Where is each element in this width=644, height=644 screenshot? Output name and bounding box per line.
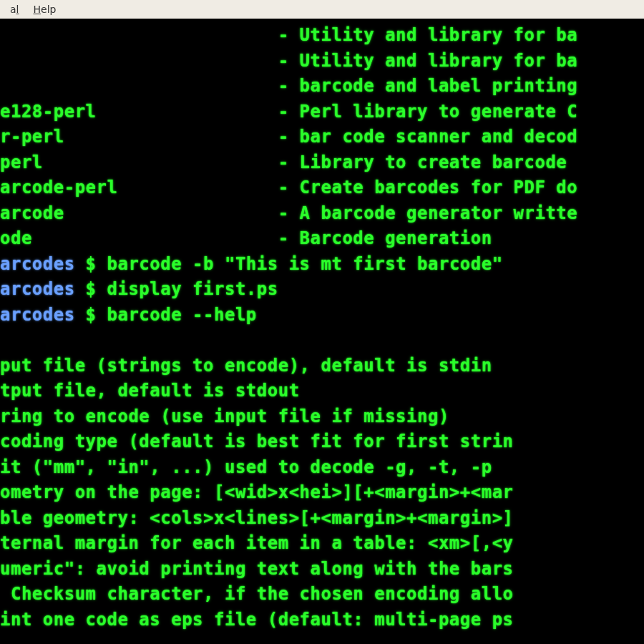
cwd-text: arcodes <box>0 254 75 274</box>
menubar: al Help <box>0 0 644 19</box>
command-text: barcode -b "This is mt first barcode" <box>107 254 503 274</box>
help-line: ring to encode (use input file if missin… <box>0 404 644 430</box>
terminal-output[interactable]: - Utility and library for ba - Utility a… <box>0 19 644 644</box>
command-text: display first.ps <box>107 279 278 299</box>
menu-item-terminal[interactable]: al <box>3 1 26 17</box>
package-line: perl - Library to create barcode <box>0 150 644 176</box>
prompt-line: arcodes $ barcode -b "This is mt first b… <box>0 252 644 278</box>
help-line: umeric": avoid printing text along with … <box>0 557 644 582</box>
package-line: - Utility and library for ba <box>0 49 644 74</box>
package-line: r-perl - bar code scanner and decod <box>0 125 644 150</box>
package-line: arcode - A barcode generator writte <box>0 201 644 227</box>
help-line: tput file, default is stdout <box>0 379 644 404</box>
help-line: coding type (default is best fit for fir… <box>0 429 644 455</box>
blank-line <box>0 328 644 353</box>
package-line: - Utility and library for ba <box>0 23 644 49</box>
cwd-text: arcodes <box>0 305 75 325</box>
help-line: it ("mm", "in", ...) used to decode -g, … <box>0 455 644 481</box>
help-line: int one code as eps file (default: multi… <box>0 608 644 633</box>
package-line: - barcode and label printing <box>0 74 644 99</box>
cwd-text: arcodes <box>0 279 75 299</box>
help-line: Checksum character, if the chosen encodi… <box>0 582 644 608</box>
package-line: arcode-perl - Create barcodes for PDF do <box>0 175 644 201</box>
menu-item-help[interactable]: Help <box>26 1 63 17</box>
help-line: ble geometry: <cols>x<lines>[+<margin>+<… <box>0 506 644 532</box>
package-line: e128-perl - Perl library to generate C <box>0 99 644 125</box>
command-text: barcode --help <box>107 305 257 325</box>
help-line: ternal margin for each item in a table: … <box>0 531 644 557</box>
help-line: ometry on the page: [<wid>x<hei>][+<marg… <box>0 480 644 506</box>
help-line: put file (strings to encode), default is… <box>0 353 644 379</box>
prompt-line: arcodes $ barcode --help <box>0 303 644 328</box>
package-line: ode - Barcode generation <box>0 226 644 252</box>
prompt-line: arcodes $ display first.ps <box>0 277 644 303</box>
